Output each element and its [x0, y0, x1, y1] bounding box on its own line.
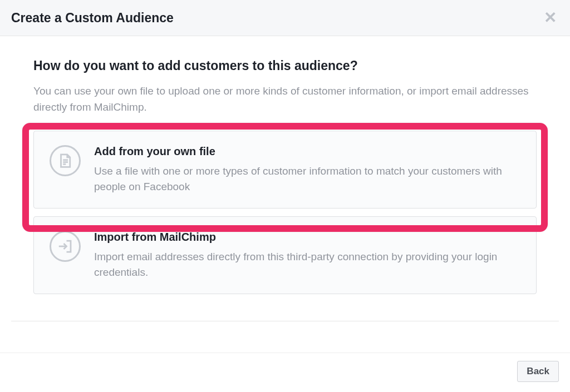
option-import-mailchimp[interactable]: Import from MailChimp Import email addre… [33, 216, 537, 294]
dialog-header: Create a Custom Audience ✕ [0, 0, 570, 36]
dialog-title: Create a Custom Audience [11, 11, 174, 26]
import-icon [50, 231, 81, 262]
close-icon: ✕ [544, 9, 557, 26]
option-text: Add from your own file Use a file with o… [94, 145, 520, 194]
option-title: Import from MailChimp [94, 231, 520, 244]
section-description: You can use your own file to upload one … [33, 83, 537, 115]
option-description: Use a file with one or more types of cus… [94, 163, 520, 194]
option-text: Import from MailChimp Import email addre… [94, 231, 520, 280]
section-title: How do you want to add customers to this… [33, 58, 537, 73]
option-add-from-file[interactable]: Add from your own file Use a file with o… [33, 131, 537, 209]
options-container: Add from your own file Use a file with o… [33, 131, 537, 294]
dialog-footer: Back [0, 353, 570, 392]
file-icon [50, 145, 81, 176]
dialog-body: How do you want to add customers to this… [0, 36, 570, 305]
option-description: Import email addresses directly from thi… [94, 249, 520, 280]
close-button[interactable]: ✕ [542, 10, 559, 26]
option-title: Add from your own file [94, 145, 520, 158]
footer-divider [11, 321, 559, 321]
back-button[interactable]: Back [517, 361, 559, 382]
